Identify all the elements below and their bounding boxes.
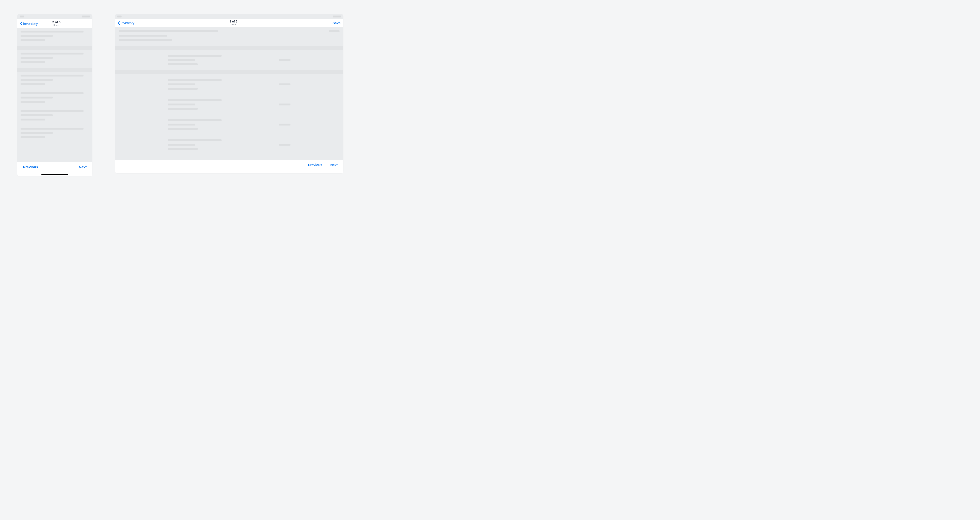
skeleton-line — [21, 128, 83, 130]
skeleton-line — [168, 99, 221, 101]
status-bar — [17, 14, 92, 19]
skeleton-line — [21, 79, 52, 81]
skeleton-line — [119, 30, 218, 32]
skeleton-item — [115, 135, 343, 155]
skeleton-line — [168, 84, 195, 86]
skeleton-section — [17, 125, 92, 143]
back-button[interactable]: Inventory — [20, 22, 38, 25]
nav-bar: Inventory 2 of 6 Items — [17, 19, 92, 28]
skeleton-line — [21, 75, 83, 76]
skeleton-item — [115, 50, 343, 70]
skeleton-item — [115, 94, 343, 114]
skeleton-top — [115, 27, 343, 46]
skeleton-line — [168, 63, 197, 65]
skeleton-line — [21, 119, 45, 120]
previous-button[interactable]: Previous — [308, 163, 322, 167]
skeleton-section — [17, 28, 92, 46]
skeleton-line — [21, 52, 83, 54]
nav-subtitle: Items — [54, 24, 59, 27]
status-time-placeholder — [117, 16, 121, 17]
home-indicator — [200, 172, 259, 172]
bottom-toolbar: Previous Next — [17, 162, 92, 176]
skeleton-line — [21, 132, 52, 134]
skeleton-line — [168, 79, 221, 81]
skeleton-pill — [329, 30, 339, 32]
home-indicator — [41, 174, 68, 175]
nav-title-block: 2 of 6 Items — [52, 21, 60, 27]
skeleton-pill — [279, 124, 290, 125]
status-bar — [115, 14, 343, 19]
skeleton-line — [168, 148, 197, 150]
skeleton-item — [115, 75, 343, 94]
nav-title: 2 of 6 — [52, 21, 60, 24]
skeleton-section — [17, 72, 92, 90]
skeleton-line — [21, 39, 45, 41]
bottom-toolbar: Previous Next — [115, 160, 343, 173]
nav-subtitle: Items — [231, 24, 236, 26]
content-area — [115, 27, 343, 160]
skeleton-header — [17, 68, 92, 72]
back-button[interactable]: Inventory — [118, 21, 134, 25]
skeleton-header — [115, 70, 343, 75]
skeleton-line — [168, 128, 197, 130]
skeleton-line — [168, 55, 221, 57]
tablet-mockup: Inventory 2 of 6 Items Save — [115, 14, 343, 173]
skeleton-pill — [279, 144, 290, 146]
skeleton-item — [115, 114, 343, 135]
skeleton-line — [21, 61, 45, 63]
skeleton-line — [168, 103, 195, 105]
skeleton-line — [21, 31, 83, 33]
back-label: Inventory — [23, 22, 38, 25]
next-button[interactable]: Next — [331, 163, 337, 167]
skeleton-pill — [279, 84, 290, 86]
skeleton-section — [17, 108, 92, 125]
skeleton-line — [21, 136, 45, 138]
skeleton-line — [168, 124, 195, 125]
back-label: Inventory — [121, 21, 134, 25]
skeleton-pill — [279, 103, 290, 105]
nav-title: 2 of 6 — [230, 20, 237, 23]
skeleton-line — [168, 108, 197, 110]
skeleton-section — [17, 90, 92, 108]
phone-mockup: Inventory 2 of 6 Items — [17, 14, 92, 176]
nav-bar: Inventory 2 of 6 Items Save — [115, 19, 343, 27]
skeleton-line — [21, 35, 52, 37]
skeleton-line — [21, 92, 83, 94]
skeleton-line — [21, 101, 45, 103]
skeleton-line — [168, 119, 221, 121]
skeleton-line — [21, 97, 52, 98]
skeleton-line — [21, 110, 83, 112]
content-area — [17, 28, 92, 162]
status-battery-placeholder — [333, 16, 341, 17]
skeleton-pill — [279, 59, 290, 61]
skeleton-line — [119, 35, 167, 36]
save-button[interactable]: Save — [332, 21, 340, 25]
skeleton-line — [21, 57, 52, 59]
status-battery-placeholder — [82, 16, 90, 17]
skeleton-line — [119, 39, 172, 41]
skeleton-header — [17, 46, 92, 50]
previous-button[interactable]: Previous — [23, 165, 38, 169]
chevron-left-icon — [20, 22, 22, 25]
skeleton-line — [21, 114, 52, 116]
nav-title-block: 2 of 6 Items — [230, 20, 237, 25]
skeleton-line — [168, 140, 221, 141]
skeleton-section — [17, 50, 92, 68]
skeleton-line — [168, 144, 195, 146]
skeleton-header — [115, 46, 343, 50]
skeleton-line — [21, 83, 45, 85]
next-button[interactable]: Next — [79, 165, 87, 169]
status-time-placeholder — [20, 16, 24, 17]
skeleton-line — [168, 88, 197, 90]
skeleton-line — [168, 59, 195, 61]
chevron-left-icon — [118, 21, 120, 25]
